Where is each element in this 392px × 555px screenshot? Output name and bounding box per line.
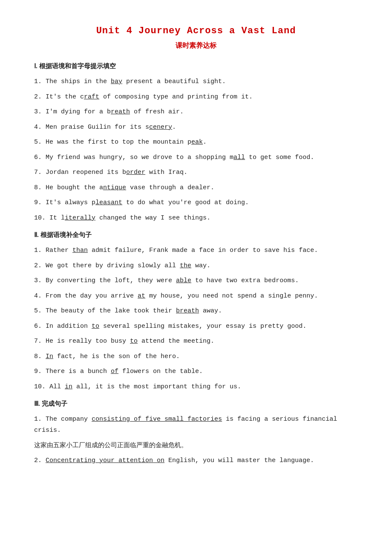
item-after-text: way. (191, 262, 210, 269)
item-underline-text: at (138, 292, 145, 300)
item-number: 5. (34, 307, 46, 315)
item-number: 7. (34, 338, 46, 345)
item-before-text: He is really too busy (46, 338, 130, 345)
exercise-item-1-2: 2. It's the craft of composing type and … (34, 92, 358, 103)
item-number: 9. (34, 199, 46, 206)
exercise-item-3-3: 2. Concentrating your attention on Engli… (34, 455, 358, 466)
item-underline-text: ntique (103, 184, 126, 191)
item-underline-text: bay (111, 78, 122, 85)
section-3: Ⅲ. 完成句子1. The company consisting of five… (34, 400, 358, 466)
item-before-text: The beauty of the lake took their (46, 307, 176, 315)
item-before-text: I'm dying for a b (46, 108, 111, 116)
item-underline-text: to (130, 338, 138, 345)
item-after-text: present a beautiful sight. (122, 78, 226, 85)
exercise-item-1-9: 9. It's always pleasant to do what you'r… (34, 197, 358, 208)
exercise-item-2-3: 3. By converting the loft, they were abl… (34, 275, 358, 286)
item-number: 2. (34, 262, 46, 269)
item-before-text: It's always p (46, 199, 95, 206)
item-underline-text: order (126, 169, 145, 176)
exercise-item-2-1: 1. Rather than admit failure, Frank made… (34, 245, 358, 256)
item-before-text: We got there by driving slowly all (46, 262, 180, 269)
item-number: 5. (34, 139, 46, 146)
item-underline-text: In (46, 353, 53, 360)
item-after-text: . (203, 139, 207, 146)
item-number: 4. (34, 292, 46, 300)
exercise-item-1-6: 6. My friend was hungry, so we drove to … (34, 152, 358, 163)
item-after-text: vase through a dealer. (126, 184, 214, 191)
item-after-text: all, it is the most important thing for … (72, 383, 241, 390)
item-after-text: to get some food. (245, 154, 314, 161)
item-underline-text: reath (111, 108, 130, 116)
item-underline-text: than (72, 247, 88, 254)
item-number: 2. (34, 457, 46, 464)
exercise-item-1-1: 1. The ships in the bay present a beauti… (34, 76, 358, 87)
item-underline-text: iterally (65, 214, 95, 222)
item-underline-text: cenery (149, 124, 172, 131)
item-number: 1. (34, 416, 46, 423)
item-number: 9. (34, 368, 46, 375)
item-number: 7. (34, 169, 46, 176)
section-header-2: Ⅱ. 根据语境补全句子 (34, 231, 358, 239)
section-header-3: Ⅲ. 完成句子 (34, 400, 358, 408)
item-after-text: English, you will master the language. (164, 457, 314, 464)
item-number: 3. (34, 277, 46, 284)
item-number: 6. (34, 154, 46, 161)
item-before-text: From the day you arrive (46, 292, 138, 300)
exercise-item-1-8: 8. He bought the antique vase through a … (34, 182, 358, 194)
item-number: 2. (34, 93, 46, 101)
item-before-text: He bought the a (46, 184, 103, 191)
exercise-item-2-4: 4. From the day you arrive at my house, … (34, 291, 358, 302)
item-number: 10. (34, 383, 49, 390)
item-after-text: to do what you're good at doing. (122, 199, 249, 206)
item-underline-text: of (111, 368, 118, 375)
item-underline-text: consisting of five small factories (92, 416, 222, 423)
item-before-text: All (49, 383, 65, 390)
exercise-item-2-7: 7. He is really too busy to attend the m… (34, 336, 358, 347)
item-number: 8. (34, 353, 46, 360)
item-before-text: In addition (46, 323, 92, 330)
item-after-text: to have two extra bedrooms. (191, 277, 299, 284)
item-underline-text: breath (176, 307, 199, 315)
exercise-item-2-5: 5. The beauty of the lake took their bre… (34, 306, 358, 317)
section-header-1: Ⅰ. 根据语境和首字母提示填空 (34, 62, 358, 70)
exercise-item-1-7: 7. Jordan reopened its border with Iraq. (34, 167, 358, 178)
item-number: 10. (34, 214, 49, 222)
item-number: 8. (34, 184, 46, 191)
item-after-text: of fresh air. (130, 108, 184, 116)
item-underline-text: raft (84, 93, 99, 101)
exercise-item-1-5: 5. He was the first to top the mountain … (34, 137, 358, 148)
item-after-text: . (172, 124, 176, 131)
item-after-text: with Iraq. (145, 169, 187, 176)
item-underline-text: leasant (95, 199, 122, 206)
item-after-text: several spelling mistakes, your essay is… (99, 323, 306, 330)
exercise-item-2-2: 2. We got there by driving slowly all th… (34, 260, 358, 272)
subtitle: 课时素养达标 (34, 41, 358, 50)
item-underline-text: eak (191, 139, 203, 146)
item-before-text: Jordan reopened its b (46, 169, 126, 176)
exercise-item-2-9: 9. There is a bunch of flowers on the ta… (34, 366, 358, 377)
item-underline-text: to (92, 323, 99, 330)
item-before-text: Men praise Guilin for its s (46, 124, 149, 131)
item-number: 4. (34, 124, 46, 131)
item-after-text: attend the meeting. (138, 338, 214, 345)
item-underline-text: able (176, 277, 191, 284)
exercise-item-1-3: 3. I'm dying for a breath of fresh air. (34, 107, 358, 118)
item-after-text: fact, he is the son of the hero. (53, 353, 180, 360)
item-before-text: He was the first to top the mountain p (46, 139, 191, 146)
item-after-text: changed the way I see things. (95, 214, 210, 222)
exercise-item-2-8: 8. In fact, he is the son of the hero. (34, 351, 358, 362)
item-underline-text: the (180, 262, 191, 269)
item-after-text: of composing type and printing from it. (99, 93, 253, 101)
item-number: 1. (34, 78, 46, 85)
item-underline-text: Concentrating your attention on (46, 457, 164, 464)
item-after-text: my house, you need not spend a single pe… (145, 292, 318, 300)
item-before-text: My friend was hungry, so we drove to a s… (46, 154, 233, 161)
chinese-text-3-2: 这家由五家小工厂组成的公司正面临严重的金融危机。 (34, 440, 358, 451)
page-title: Unit 4 Journey Across a Vast Land (34, 26, 358, 36)
item-before-text: By converting the loft, they were (46, 277, 176, 284)
item-after-text: away. (199, 307, 222, 315)
item-after-text: admit failure, Frank made a face in orde… (88, 247, 318, 254)
item-before-text: Rather (46, 247, 72, 254)
exercise-item-1-4: 4. Men praise Guilin for its scenery. (34, 122, 358, 133)
section-2: Ⅱ. 根据语境补全句子1. Rather than admit failure,… (34, 231, 358, 392)
